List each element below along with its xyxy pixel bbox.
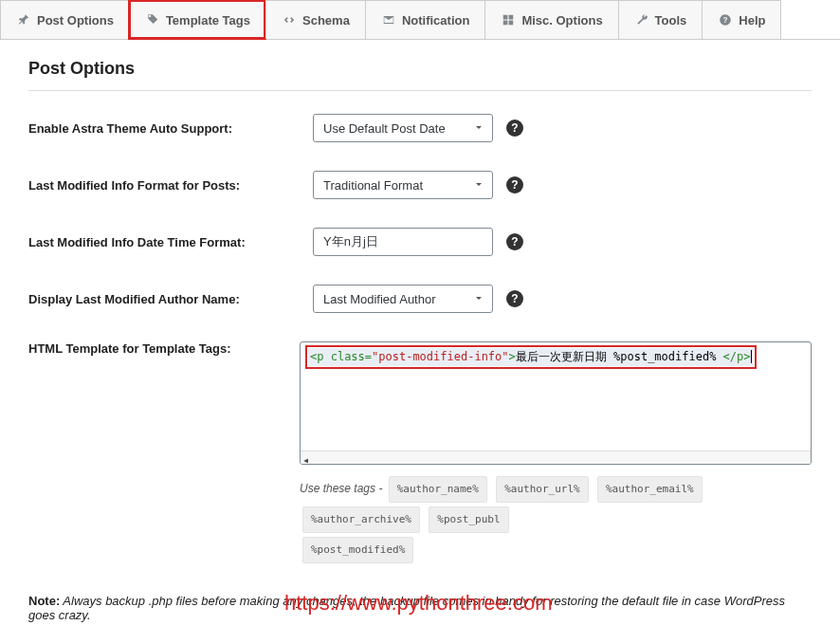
scroll-left-icon[interactable]: ◂ <box>302 453 313 463</box>
tab-label: Tools <box>655 13 687 28</box>
watermark-url: https://www.pythonthree.com <box>284 591 552 616</box>
field-label-author: Display Last Modified Author Name: <box>28 292 313 306</box>
tab-label: Schema <box>302 13 350 28</box>
field-label-datetime: Last Modified Info Date Time Format: <box>28 235 313 249</box>
help-icon[interactable]: ? <box>506 290 523 307</box>
field-label-format: Last Modified Info Format for Posts: <box>28 178 313 193</box>
tab-tools[interactable]: Tools <box>618 0 703 39</box>
svg-text:?: ? <box>723 16 728 25</box>
tab-template-tags[interactable]: Template Tags <box>129 0 265 39</box>
template-tag-help: Use these tags - %author_name% %author_u… <box>300 474 812 565</box>
tab-label: Help <box>739 13 765 28</box>
select-format[interactable]: Traditional Format <box>313 171 493 199</box>
tab-help[interactable]: ? Help <box>702 0 781 39</box>
tag-chip[interactable]: %author_url% <box>496 476 588 503</box>
html-template-editor[interactable]: <p class="post-modified-info">最后一次更新日期 %… <box>300 341 812 465</box>
tab-label: Misc. Options <box>521 13 602 28</box>
tab-label: Notification <box>402 13 470 28</box>
tag-chip[interactable]: %post_publ <box>429 506 508 533</box>
tag-chip[interactable]: %author_name% <box>389 476 487 503</box>
pin-icon <box>16 12 31 28</box>
help-icon: ? <box>718 12 733 28</box>
tag-chip[interactable]: %post_modified% <box>302 537 413 563</box>
select-astra[interactable]: Use Default Post Date <box>313 114 493 142</box>
tab-misc-options[interactable]: Misc. Options <box>484 0 617 39</box>
help-icon[interactable]: ? <box>506 233 523 250</box>
mail-icon <box>381 12 396 28</box>
tab-schema[interactable]: Schema <box>265 0 365 39</box>
wrench-icon <box>634 12 649 28</box>
tag-chip[interactable]: %author_email% <box>597 476 703 503</box>
help-icon[interactable]: ? <box>506 176 523 193</box>
help-icon[interactable]: ? <box>506 120 523 137</box>
field-label-astra: Enable Astra Theme Auto Support: <box>28 121 313 136</box>
section-title: Post Options <box>28 59 812 91</box>
grid-icon <box>501 12 516 28</box>
field-label-template: HTML Template for Template Tags: <box>28 341 300 356</box>
tab-notification[interactable]: Notification <box>365 0 485 39</box>
input-datetime-format[interactable] <box>313 228 493 256</box>
code-icon <box>282 12 297 28</box>
tag-icon <box>145 12 160 28</box>
tab-label: Post Options <box>37 13 114 28</box>
horizontal-scrollbar[interactable]: ◂ <box>301 451 811 464</box>
tab-post-options[interactable]: Post Options <box>0 0 129 39</box>
select-author[interactable]: Last Modified Author <box>313 285 493 313</box>
tabs-bar: Post Options Template Tags Schema Notifi… <box>0 0 840 40</box>
tag-chip[interactable]: %author_archive% <box>302 506 420 533</box>
tab-label: Template Tags <box>166 13 250 28</box>
